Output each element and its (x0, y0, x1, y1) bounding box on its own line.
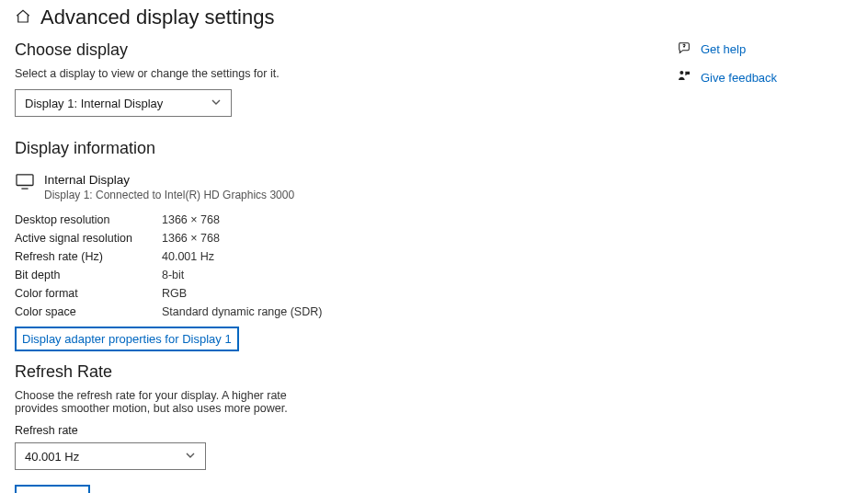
info-row: Color space Standard dynamic range (SDR) (15, 303, 677, 321)
choose-display-heading: Choose display (15, 40, 677, 60)
svg-point-2 (680, 71, 683, 75)
info-row: Color format RGB (15, 284, 677, 303)
info-row: Active signal resolution 1366 × 768 (15, 229, 677, 247)
display-name: Internal Display (44, 173, 294, 187)
help-icon (677, 40, 691, 58)
learn-more-link[interactable]: Learn more (15, 485, 90, 493)
refresh-rate-helper: Choose the refresh rate for your display… (15, 389, 309, 415)
svg-rect-0 (17, 175, 33, 186)
feedback-icon (677, 69, 691, 86)
adapter-properties-link[interactable]: Display adapter properties for Display 1 (15, 327, 239, 351)
display-select-value: Display 1: Internal Display (25, 97, 163, 110)
home-icon[interactable] (15, 8, 31, 28)
display-information-heading: Display information (15, 139, 677, 158)
info-row: Bit depth 8-bit (15, 266, 677, 284)
choose-display-helper: Select a display to view or change the s… (15, 67, 677, 80)
chevron-down-icon (185, 450, 196, 464)
display-select[interactable]: Display 1: Internal Display (15, 89, 232, 117)
info-row: Refresh rate (Hz) 40.001 Hz (15, 247, 677, 266)
give-feedback-link[interactable]: Give feedback (677, 69, 833, 86)
refresh-rate-select[interactable]: 40.001 Hz (15, 442, 206, 470)
get-help-link[interactable]: Get help (677, 40, 833, 58)
display-subtitle: Display 1: Connected to Intel(R) HD Grap… (44, 189, 294, 201)
refresh-rate-label: Refresh rate (15, 424, 677, 437)
refresh-rate-value: 40.001 Hz (25, 450, 79, 464)
info-row: Desktop resolution 1366 × 768 (15, 211, 677, 229)
chevron-down-icon (211, 97, 222, 110)
page-title: Advanced display settings (40, 6, 274, 29)
refresh-rate-heading: Refresh Rate (15, 362, 677, 382)
monitor-icon (15, 173, 35, 192)
